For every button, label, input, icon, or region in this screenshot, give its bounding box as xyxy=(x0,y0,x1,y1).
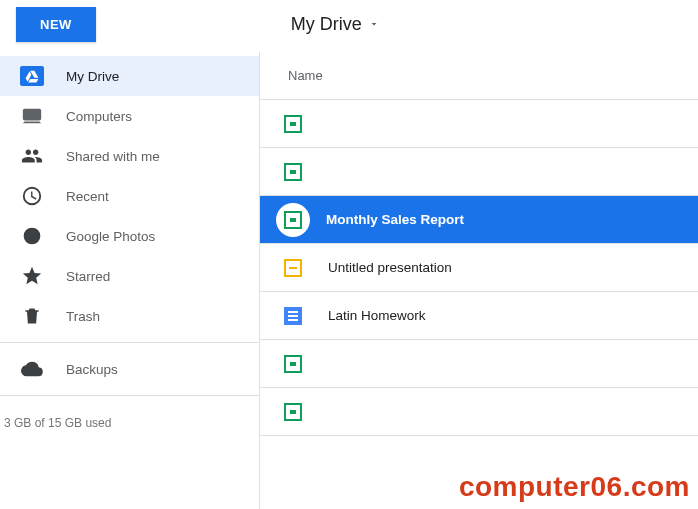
file-row[interactable]: Untitled presentation xyxy=(260,244,698,292)
trash-icon xyxy=(18,306,46,326)
file-list: Monthly Sales ReportUntitled presentatio… xyxy=(260,100,698,509)
file-row[interactable] xyxy=(260,148,698,196)
sheet-icon xyxy=(282,161,304,183)
sidebar-item-backups[interactable]: Backups xyxy=(0,349,259,389)
sidebar-item-label: Recent xyxy=(66,189,109,204)
sidebar-item-label: Computers xyxy=(66,109,132,124)
sidebar-item-trash[interactable]: Trash xyxy=(0,296,259,336)
column-header-name[interactable]: Name xyxy=(260,52,698,100)
file-name: Untitled presentation xyxy=(328,260,452,275)
file-name: Latin Homework xyxy=(328,308,426,323)
people-icon xyxy=(18,145,46,167)
slides-icon xyxy=(282,257,304,279)
file-row[interactable] xyxy=(260,388,698,436)
clock-icon xyxy=(18,185,46,207)
file-row[interactable] xyxy=(260,340,698,388)
photos-icon xyxy=(18,226,46,246)
sidebar-item-computers[interactable]: Computers xyxy=(0,96,259,136)
star-icon xyxy=(18,265,46,287)
breadcrumb[interactable]: My Drive xyxy=(291,14,380,35)
file-name: Monthly Sales Report xyxy=(326,212,464,227)
drive-icon xyxy=(18,66,46,86)
sidebar-item-shared[interactable]: Shared with me xyxy=(0,136,259,176)
cloud-icon xyxy=(18,358,46,380)
docs-icon xyxy=(282,305,304,327)
sidebar-item-my-drive[interactable]: My Drive xyxy=(0,56,259,96)
breadcrumb-title: My Drive xyxy=(291,14,362,35)
sheet-icon xyxy=(282,113,304,135)
sidebar: My DriveComputersShared with meRecentGoo… xyxy=(0,52,260,509)
divider xyxy=(0,342,259,343)
sidebar-item-label: Shared with me xyxy=(66,149,160,164)
computer-icon xyxy=(18,105,46,127)
sheet-icon xyxy=(282,401,304,423)
new-button[interactable]: NEW xyxy=(16,7,96,42)
divider xyxy=(0,395,259,396)
sheet-icon xyxy=(276,203,310,237)
file-row[interactable] xyxy=(260,100,698,148)
file-row[interactable]: Monthly Sales Report xyxy=(260,196,698,244)
sidebar-item-photos[interactable]: Google Photos xyxy=(0,216,259,256)
storage-text: 3 GB of 15 GB used xyxy=(0,402,259,434)
sidebar-item-label: My Drive xyxy=(66,69,119,84)
sidebar-item-label: Trash xyxy=(66,309,100,324)
dropdown-arrow-icon xyxy=(368,18,380,30)
sheet-icon xyxy=(282,353,304,375)
sidebar-item-label: Google Photos xyxy=(66,229,155,244)
sidebar-item-label: Backups xyxy=(66,362,118,377)
file-row[interactable]: Latin Homework xyxy=(260,292,698,340)
sidebar-item-label: Starred xyxy=(66,269,110,284)
sidebar-item-starred[interactable]: Starred xyxy=(0,256,259,296)
sidebar-item-recent[interactable]: Recent xyxy=(0,176,259,216)
